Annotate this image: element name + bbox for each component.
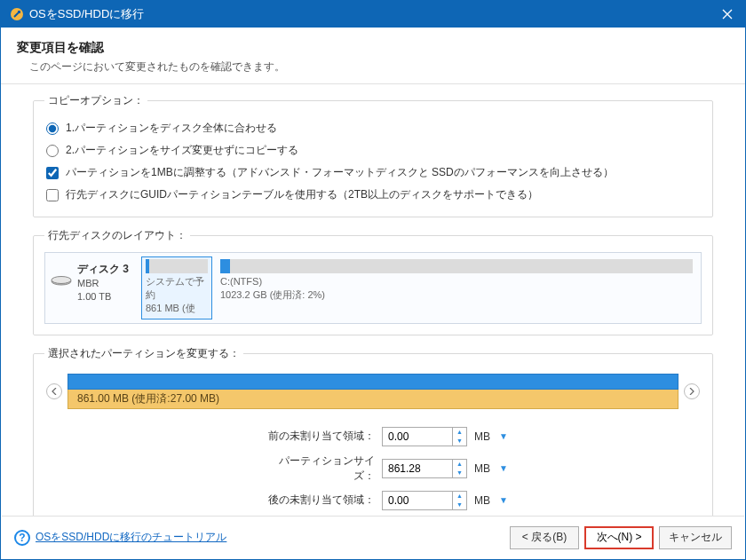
partition-system-reserved[interactable]: システムで予約 861 MB (使 [141,256,212,319]
svg-point-2 [52,277,71,284]
partition-size-label: パーティションサイズ： [259,454,375,484]
spin-up-icon[interactable]: ▲ [452,460,466,469]
window-title: OSをSSD/HDDに移行 [29,6,710,22]
unit-dropdown[interactable]: ▼ [497,431,508,441]
after-unalloc-label: 後の未割り当て領域： [259,493,375,508]
page-header: 変更項目を確認 このページにおいて変更されたものを確認できます。 [1,28,745,84]
next-button[interactable]: 次へ(N) > [584,526,654,549]
spin-up-icon[interactable]: ▲ [452,492,466,501]
spin-up-icon[interactable]: ▲ [452,428,466,437]
copy-options-legend: コピーオプション： [44,93,147,108]
partition-size-field[interactable] [383,460,452,477]
prev-partition-button[interactable] [46,383,62,399]
option-use-gpt-label: 行先ディスクにGUIDパーティションテーブルを使用する（2TB以上のディスクをサ… [66,187,538,202]
after-unalloc-field[interactable] [383,492,452,509]
option-align-1mb-label: パーティションを1MBに調整する（アドバンスド・フォーマットディスクと SSDの… [66,165,614,180]
partition-c[interactable]: C:(NTFS) 1023.2 GB (使用済: 2%) [216,256,697,319]
disk-type: MBR [77,277,129,290]
radio-no-resize[interactable] [46,145,59,157]
unit-dropdown[interactable]: ▼ [497,463,508,473]
checkbox-align-1mb[interactable] [46,167,59,179]
checkbox-use-gpt[interactable] [46,189,59,201]
partition-size: 1023.2 GB (使用済: 2%) [220,288,693,302]
partition-size-input[interactable]: ▲▼ [382,459,467,478]
back-button[interactable]: < 戻る(B) [510,526,579,549]
cancel-button[interactable]: キャンセル [659,526,732,549]
before-unalloc-field[interactable] [383,428,452,446]
radio-fit-disk[interactable] [46,122,59,135]
disk-info: ディスク 3 MBR 1.00 TB [49,256,138,319]
before-unalloc-label: 前の未割り当て領域： [259,429,375,444]
option-use-gpt[interactable]: 行先ディスクにGUIDパーティションテーブルを使用する（2TB以上のディスクをサ… [44,184,702,206]
option-no-resize[interactable]: 2.パーティションをサイズ変更せずにコピーする [44,139,702,162]
hdd-icon [51,262,72,318]
unit-label: MB [474,462,490,475]
unit-label: MB [474,430,490,443]
next-partition-button[interactable] [684,383,700,399]
option-align-1mb[interactable]: パーティションを1MBに調整する（アドバンスド・フォーマットディスクと SSDの… [44,162,702,184]
option-fit-disk[interactable]: 1.パーティションをディスク全体に合わせる [44,117,702,139]
close-button[interactable] [710,1,745,28]
spin-down-icon[interactable]: ▼ [452,501,466,509]
partition-label: システムで予約 [146,275,208,302]
partition-label: C:(NTFS) [220,275,693,288]
after-unalloc-input[interactable]: ▲▼ [382,491,467,510]
footer: ? OSをSSD/HDDに移行のチュートリアル < 戻る(B) 次へ(N) > … [2,516,744,558]
before-unalloc-input[interactable]: ▲▼ [382,427,467,446]
unit-label: MB [474,494,490,507]
spin-down-icon[interactable]: ▼ [452,437,466,446]
partition-size: 861 MB (使 [146,302,208,315]
disk-layout-legend: 行先ディスクのレイアウト： [44,228,190,243]
option-no-resize-label: 2.パーティションをサイズ変更せずにコピーする [66,143,298,158]
page-title: 変更項目を確認 [17,40,729,56]
disk-layout-group: 行先ディスクのレイアウト： ディスク 3 MBR 1.00 TB システムで予約… [33,228,713,335]
selected-partition-group: 選択されたパーティションを変更する： 861.00 MB (使用済:27.00 … [33,346,713,531]
app-icon [10,7,24,21]
partition-info-text: 861.00 MB (使用済:27.00 MB) [67,390,679,409]
page-subtitle: このページにおいて変更されたものを確認できます。 [17,59,729,75]
titlebar: OSをSSD/HDDに移行 [1,1,745,28]
disk-name: ディスク 3 [77,262,129,277]
help-icon: ? [14,530,30,546]
option-fit-disk-label: 1.パーティションをディスク全体に合わせる [66,121,277,136]
copy-options-group: コピーオプション： 1.パーティションをディスク全体に合わせる 2.パーティショ… [33,93,713,217]
unit-dropdown[interactable]: ▼ [497,495,508,505]
partition-size-bar[interactable]: 861.00 MB (使用済:27.00 MB) [67,374,679,409]
tutorial-link[interactable]: OSをSSD/HDDに移行のチュートリアル [36,530,226,545]
selected-partition-legend: 選択されたパーティションを変更する： [44,346,243,361]
spin-down-icon[interactable]: ▼ [452,469,466,477]
disk-size: 1.00 TB [77,290,129,304]
